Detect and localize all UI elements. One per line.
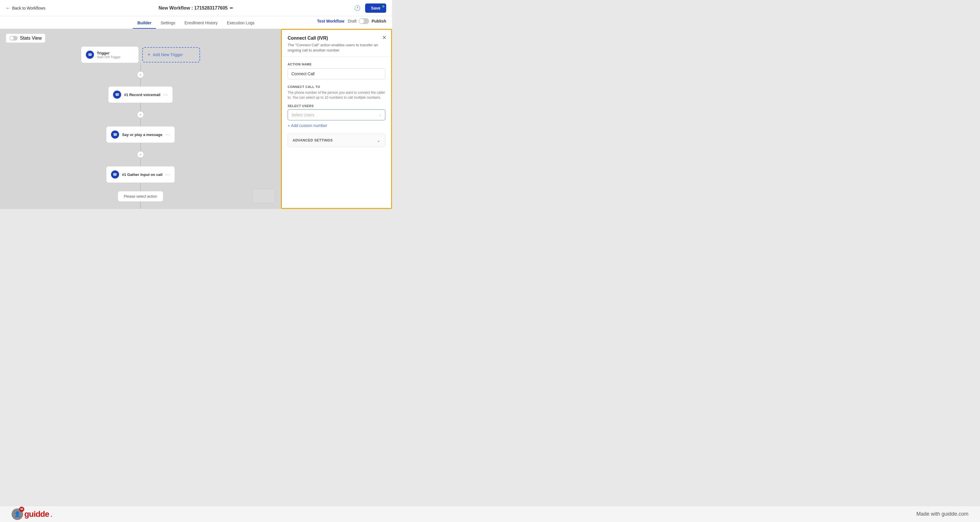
panel-title: Connect Call (IVR) — [288, 35, 385, 41]
tab-builder[interactable]: Builder — [133, 18, 156, 29]
tab-execution-logs[interactable]: Execution Logs — [222, 18, 259, 29]
back-label: Back to Workflows — [12, 6, 45, 10]
tabs-center: Builder Settings Enrollment History Exec… — [133, 16, 259, 29]
add-trigger-node[interactable]: + Add New Trigger — [142, 47, 200, 62]
main-content: Stats View ☎ Trigger Start IVR Trigger +… — [0, 29, 392, 209]
gather-input-node[interactable]: ☎ #1 Gather Input on call ⋯ — [106, 166, 175, 183]
connector-7 — [140, 183, 141, 191]
select-users-placeholder: Select Users — [291, 113, 314, 117]
back-to-workflows-link[interactable]: ← Back to Workflows — [6, 5, 45, 11]
please-select-label: Please select action — [124, 194, 157, 198]
connect-call-to-label: CONNECT CALL TO — [288, 85, 385, 89]
test-workflow-link[interactable]: Test Workflow — [317, 19, 344, 26]
draft-publish-toggle[interactable] — [359, 18, 369, 24]
connector-1 — [140, 63, 141, 71]
dropdown-arrow-icon: ⌄ — [379, 113, 382, 117]
trigger-row: ☎ Trigger Start IVR Trigger + Add New Tr… — [83, 46, 198, 63]
tab-settings[interactable]: Settings — [156, 18, 180, 29]
workflow-canvas[interactable]: Stats View ☎ Trigger Start IVR Trigger +… — [0, 29, 281, 209]
say-message-text: Say or play a message — [122, 132, 162, 137]
panel-header: Connect Call (IVR) The "Connect Call" ac… — [282, 30, 391, 57]
edit-workflow-icon[interactable]: ✏ — [230, 6, 233, 10]
side-panel: Connect Call (IVR) The "Connect Call" ac… — [281, 29, 392, 209]
select-users-dropdown[interactable]: Select Users ⌄ — [288, 109, 385, 120]
save-button[interactable]: Save — [365, 3, 386, 13]
record-voicemail-text: #1 Record voicemail — [124, 93, 161, 97]
workflow-name: New Workflow : 1715283177605 — [159, 5, 228, 11]
top-right-actions: 🕐 Save — [354, 3, 386, 13]
stats-view-label: Stats View — [20, 35, 41, 41]
panel-close-button[interactable]: ✕ — [382, 34, 387, 41]
stats-view-toggle[interactable]: Stats View — [6, 34, 45, 43]
workflow-title-area: New Workflow : 1715283177605 ✏ — [159, 5, 234, 11]
please-select-node[interactable]: Please select action — [118, 191, 163, 202]
back-arrow-icon: ← — [6, 5, 10, 11]
advanced-settings-section[interactable]: ADVANCED SETTINGS ⌄ — [288, 134, 385, 147]
record-voicemail-icon: ☎ — [113, 91, 121, 99]
record-voicemail-row: ☎ #1 Record voicemail ⋯ — [83, 86, 198, 103]
gather-input-title: #1 Gather Input on call — [122, 172, 162, 177]
action-name-label: ACTION NAME — [288, 62, 385, 66]
add-node-btn-3[interactable]: + — [137, 151, 144, 158]
record-voicemail-node[interactable]: ☎ #1 Record voicemail ⋯ — [108, 86, 173, 103]
draft-publish-toggle-area: Draft Publish — [348, 18, 386, 27]
select-users-label: SELECT USERS — [288, 104, 385, 108]
panel-body: ACTION NAME CONNECT CALL TO The phone nu… — [282, 57, 391, 153]
top-navigation: ← Back to Workflows New Workflow : 17152… — [0, 0, 392, 16]
trigger-node-text: Trigger Start IVR Trigger — [97, 51, 134, 59]
say-message-icon: ☎ — [111, 131, 119, 139]
say-message-node[interactable]: ☎ Say or play a message ⋯ — [106, 126, 175, 143]
workflow-nodes-area: ☎ Trigger Start IVR Trigger + Add New Tr… — [83, 46, 198, 209]
publish-label: Publish — [371, 19, 386, 24]
connector-8 — [140, 202, 141, 209]
trigger-node[interactable]: ☎ Trigger Start IVR Trigger — [81, 46, 139, 63]
connector-3 — [140, 103, 141, 111]
add-trigger-label: Add New Trigger — [153, 53, 183, 57]
action-name-input[interactable] — [288, 68, 385, 79]
add-custom-number-link[interactable]: + Add custom number — [288, 123, 385, 128]
clock-icon[interactable]: 🕐 — [354, 5, 361, 11]
add-node-btn-1[interactable]: + — [137, 71, 144, 78]
stats-view-switch[interactable] — [10, 36, 18, 40]
tabs-right-actions: Test Workflow Draft Publish — [317, 16, 386, 29]
record-voicemail-title: #1 Record voicemail — [124, 93, 161, 97]
mini-map — [252, 189, 275, 203]
trigger-node-subtitle: Start IVR Trigger — [97, 55, 134, 59]
record-voicemail-menu[interactable]: ⋯ — [163, 92, 168, 97]
tab-enrollment-history[interactable]: Enrollment History — [180, 18, 222, 29]
connect-call-to-desc: The phone number of the person you want … — [288, 90, 385, 100]
say-message-row: ☎ Say or play a message ⋯ — [83, 126, 198, 143]
gather-input-icon: ☎ — [111, 171, 119, 179]
draft-label: Draft — [348, 19, 356, 24]
connector-4 — [140, 118, 141, 126]
gather-input-text: #1 Gather Input on call — [122, 172, 162, 177]
tabs-bar: Builder Settings Enrollment History Exec… — [0, 16, 392, 29]
advanced-settings-chevron-icon: ⌄ — [377, 138, 380, 143]
gather-input-menu[interactable]: ⋯ — [165, 172, 170, 177]
say-message-menu[interactable]: ⋯ — [165, 132, 170, 137]
save-status-dot — [382, 5, 385, 8]
say-message-title: Say or play a message — [122, 132, 162, 137]
advanced-settings-label: ADVANCED SETTINGS — [293, 138, 333, 142]
add-node-btn-2[interactable]: + — [137, 111, 144, 118]
gather-input-row: ☎ #1 Gather Input on call ⋯ — [83, 166, 198, 183]
panel-description: The "Connect Call" action enables users … — [288, 43, 385, 53]
trigger-node-title: Trigger — [97, 51, 134, 55]
connector-5 — [140, 143, 141, 151]
trigger-node-icon: ☎ — [86, 51, 94, 59]
add-trigger-plus-icon: + — [148, 52, 151, 58]
connector-6 — [140, 158, 141, 166]
connector-2 — [140, 78, 141, 86]
